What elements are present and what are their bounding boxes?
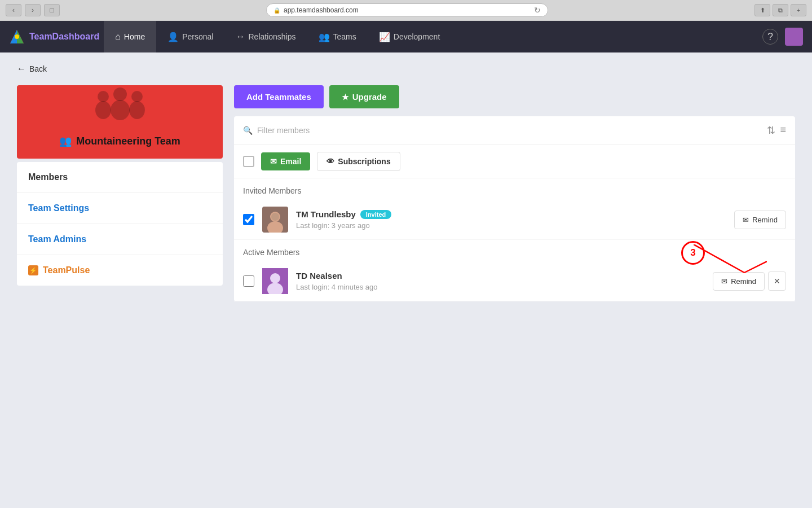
remind-icon-trundlesby: ✉	[743, 216, 749, 224]
nav-label-personal: Personal	[182, 32, 213, 41]
remind-button-nealsen[interactable]: ✉ Remind	[713, 272, 765, 291]
annotation-circle: 3	[681, 241, 705, 265]
nav-item-relationships[interactable]: ↔ Relationships	[224, 21, 307, 52]
svg-point-5	[95, 101, 111, 119]
svg-point-8	[131, 91, 143, 102]
email-button[interactable]: ✉ Email	[261, 152, 310, 170]
sort-icon-1[interactable]: ⇅	[767, 124, 775, 137]
sidebar-item-team-pulse[interactable]: ⚡ TeamPulse	[17, 255, 223, 286]
member-name-nealsen: TD Nealsen	[296, 271, 705, 281]
sidebar-item-members[interactable]: Members	[17, 162, 223, 193]
address-input[interactable]: 🔒 app.teamdashboard.com ↻	[266, 3, 548, 17]
svg-point-3	[15, 34, 19, 39]
main-layout: 👥 Mountaineering Team Members Team Setti…	[17, 85, 795, 301]
sidebar: 👥 Mountaineering Team Members Team Setti…	[17, 85, 223, 301]
search-icon: 🔍	[243, 126, 253, 135]
sort-icon-2[interactable]: ≡	[780, 124, 786, 137]
nav-label-development: Development	[394, 32, 440, 41]
select-all-checkbox[interactable]	[243, 156, 254, 167]
browser-address-bar: 🔒 app.teamdashboard.com ↻	[64, 3, 750, 17]
browser-top-bar: ‹ › □ 🔒 app.teamdashboard.com ↻ ⬆ ⧉ +	[0, 0, 812, 20]
nav-item-personal[interactable]: 👤 Personal	[156, 21, 224, 52]
filter-icons: ⇅ ≡	[767, 124, 786, 137]
refresh-icon[interactable]: ↻	[534, 6, 541, 15]
member-checkbox-trundlesby[interactable]	[243, 214, 254, 225]
relationships-icon: ↔	[236, 32, 245, 42]
active-members-label: Active Members	[234, 240, 795, 261]
browser-plus-btn[interactable]: +	[791, 4, 806, 16]
member-last-login-nealsen: Last login: 4 minutes ago	[296, 283, 705, 291]
svg-point-6	[113, 87, 127, 101]
personal-icon: 👤	[167, 32, 179, 42]
browser-back-btn[interactable]: ‹	[6, 4, 21, 16]
browser-forward-btn[interactable]: ›	[25, 4, 41, 16]
remind-button-trundlesby[interactable]: ✉ Remind	[734, 211, 786, 229]
help-button[interactable]: ?	[762, 29, 778, 45]
members-panel: 🔍 Filter members ⇅ ≡ ✉ Email	[234, 116, 795, 301]
nav-item-teams[interactable]: 👥 Teams	[307, 21, 368, 52]
member-checkbox-nealsen[interactable]	[243, 275, 254, 287]
logo-icon	[9, 29, 25, 45]
members-toolbar: ✉ Email 👁 Subscriptions	[234, 145, 795, 178]
development-icon: 📈	[379, 32, 390, 42]
page-content: ← Back	[0, 52, 812, 508]
svg-point-13	[271, 213, 279, 221]
nav-items: ⌂ Home 👤 Personal ↔ Relationships 👥 Team…	[104, 21, 762, 52]
svg-point-4	[98, 91, 109, 102]
member-info-trundlesby: TM Trundlesby Invited Last login: 3 year…	[296, 209, 726, 230]
back-arrow-icon: ←	[17, 64, 26, 74]
team-pulse-icon: ⚡	[28, 265, 38, 275]
member-actions-nealsen: ✉ Remind ✕	[713, 271, 786, 291]
svg-point-9	[129, 101, 145, 119]
member-info-nealsen: TD Nealsen Last login: 4 minutes ago	[296, 271, 705, 291]
browser-right-controls: ⬆ ⧉ +	[754, 4, 806, 16]
browser-chrome: ‹ › □ 🔒 app.teamdashboard.com ↻ ⬆ ⧉ +	[0, 0, 812, 21]
add-teammates-button[interactable]: Add Teammates	[234, 85, 324, 108]
back-label: Back	[29, 64, 47, 73]
subscriptions-button[interactable]: 👁 Subscriptions	[317, 152, 400, 171]
team-banner: 👥 Mountaineering Team	[17, 85, 223, 159]
sidebar-item-team-settings[interactable]: Team Settings	[17, 193, 223, 224]
nav-item-development[interactable]: 📈 Development	[368, 21, 452, 52]
svg-point-17	[270, 273, 280, 283]
invited-members-label: Invited Members	[234, 178, 795, 200]
teams-icon: 👥	[319, 32, 330, 42]
home-icon: ⌂	[115, 32, 121, 42]
filter-bar: 🔍 Filter members ⇅ ≡	[234, 116, 795, 145]
team-name: 👥 Mountaineering Team	[59, 135, 180, 147]
subscriptions-icon: 👁	[326, 157, 334, 166]
back-link[interactable]: ← Back	[17, 64, 795, 74]
browser-share-btn[interactable]: ⬆	[754, 4, 770, 16]
upgrade-star-icon: ★	[342, 93, 349, 102]
nav-item-home[interactable]: ⌂ Home	[104, 21, 156, 52]
nav-logo-text: TeamDashboard	[29, 32, 99, 42]
lock-icon: 🔒	[273, 7, 280, 14]
browser-tab-btn[interactable]: ⧉	[773, 4, 788, 16]
active-section-wrapper: Active Members 3	[234, 240, 795, 261]
email-icon: ✉	[270, 157, 277, 166]
filter-placeholder[interactable]: Filter members	[257, 126, 310, 135]
upgrade-button[interactable]: ★ Upgrade	[329, 85, 399, 108]
user-avatar[interactable]	[785, 28, 803, 46]
browser-fullscreen-btn[interactable]: □	[44, 4, 60, 16]
nav-label-relationships: Relationships	[248, 32, 295, 41]
main-panel: Add Teammates ★ Upgrade 🔍 Filter members…	[234, 85, 795, 301]
nav-right: ?	[762, 28, 803, 46]
remove-icon: ✕	[774, 277, 780, 286]
table-row: TD Nealsen Last login: 4 minutes ago ✉ R…	[234, 261, 795, 301]
remind-icon-nealsen: ✉	[721, 277, 727, 286]
table-row: TM Trundlesby Invited Last login: 3 year…	[234, 200, 795, 240]
svg-point-7	[111, 100, 130, 120]
avatar-svg-nealsen	[262, 268, 288, 294]
remove-button-nealsen[interactable]: ✕	[768, 271, 786, 291]
nav-logo: TeamDashboard	[9, 29, 99, 45]
member-last-login-trundlesby: Last login: 3 years ago	[296, 221, 726, 230]
member-actions-trundlesby: ✉ Remind	[734, 211, 786, 229]
team-icon: 👥	[59, 135, 72, 147]
team-name-text: Mountaineering Team	[76, 135, 180, 147]
url-text: app.teamdashboard.com	[284, 6, 359, 14]
sidebar-item-team-admins[interactable]: Team Admins	[17, 224, 223, 255]
member-avatar-nealsen	[262, 268, 288, 294]
browser-controls: ‹ › □	[6, 4, 60, 16]
avatar-svg-trundlesby	[262, 207, 288, 233]
